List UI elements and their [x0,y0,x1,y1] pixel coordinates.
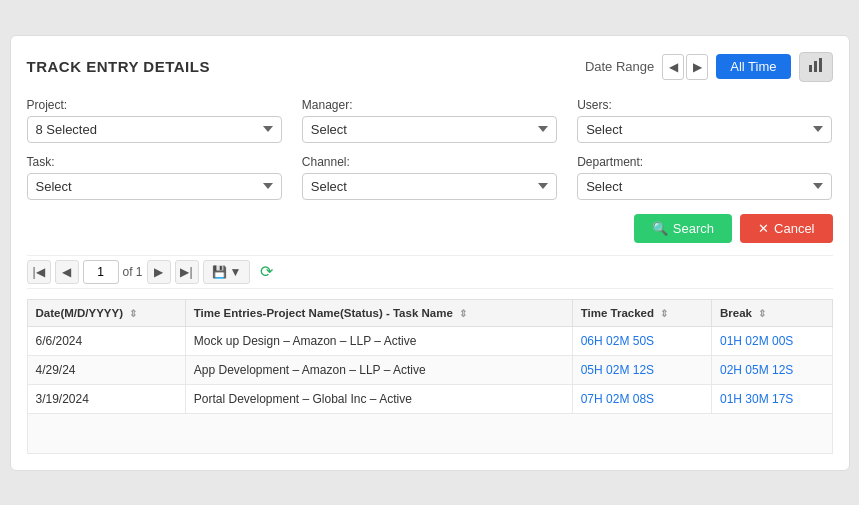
manager-select[interactable]: Select [302,116,557,143]
main-container: TRACK ENTRY DETAILS Date Range ◀ ▶ All T… [10,35,850,471]
date-nav: ◀ ▶ [662,54,708,80]
sort-break-icon: ⇕ [758,308,766,319]
col-break-header[interactable]: Break ⇕ [712,299,833,326]
entries-table: Date(M/D/YYYY) ⇕ Time Entries-Project Na… [27,299,833,454]
time-link[interactable]: 07H 02M 08S [581,392,654,406]
cell-break: 01H 02M 00S [712,326,833,355]
project-select[interactable]: 8 Selected [27,116,282,143]
cell-task: App Development – Amazon – LLP – Active [185,355,572,384]
table-row: 6/6/2024 Mock up Design – Amazon – LLP –… [27,326,832,355]
all-time-button[interactable]: All Time [716,54,790,79]
first-page-button[interactable]: |◀ [27,260,51,284]
cancel-button[interactable]: ✕ Cancel [740,214,832,243]
date-next-button[interactable]: ▶ [686,54,708,80]
cell-date: 6/6/2024 [27,326,185,355]
cell-task: Mock up Design – Amazon – LLP – Active [185,326,572,355]
users-select[interactable]: Select [577,116,832,143]
pagination-bar: |◀ ◀ 1 of 1 ▶ ▶| 💾 ▼ ⟳ [27,255,833,289]
refresh-button[interactable]: ⟳ [254,260,278,284]
prev-page-button[interactable]: ◀ [55,260,79,284]
task-label: Task: [27,155,282,169]
filters-section: Project: 8 Selected Manager: Select User… [27,98,833,200]
manager-filter: Manager: Select [302,98,557,143]
col-task-header[interactable]: Time Entries-Project Name(Status) - Task… [185,299,572,326]
search-button[interactable]: 🔍 Search [634,214,732,243]
break-link[interactable]: 01H 30M 17S [720,392,793,406]
chart-button[interactable] [799,52,833,82]
department-filter: Department: Select [577,155,832,200]
channel-label: Channel: [302,155,557,169]
svg-rect-2 [819,58,822,72]
table-row: 3/19/2024 Portal Development – Global In… [27,384,832,413]
page-title: TRACK ENTRY DETAILS [27,58,210,75]
export-button[interactable]: 💾 ▼ [203,260,251,284]
sort-task-icon: ⇕ [459,308,467,319]
users-filter: Users: Select [577,98,832,143]
task-filter: Task: Select [27,155,282,200]
page-of-label: of 1 [123,265,143,279]
col-date-header[interactable]: Date(M/D/YYYY) ⇕ [27,299,185,326]
break-link[interactable]: 02H 05M 12S [720,363,793,377]
table-row: 4/29/24 App Development – Amazon – LLP –… [27,355,832,384]
col-time-header[interactable]: Time Tracked ⇕ [572,299,711,326]
project-label: Project: [27,98,282,112]
break-link[interactable]: 01H 02M 00S [720,334,793,348]
last-page-button[interactable]: ▶| [175,260,199,284]
department-select[interactable]: Select [577,173,832,200]
cell-break: 01H 30M 17S [712,384,833,413]
cell-date: 3/19/2024 [27,384,185,413]
export-chevron: ▼ [230,265,242,279]
empty-row [27,413,832,453]
sort-time-icon: ⇕ [660,308,668,319]
date-range-label: Date Range [585,59,654,74]
cell-date: 4/29/24 [27,355,185,384]
cell-time: 05H 02M 12S [572,355,711,384]
header: TRACK ENTRY DETAILS Date Range ◀ ▶ All T… [27,52,833,82]
project-filter: Project: 8 Selected [27,98,282,143]
svg-rect-0 [809,65,812,72]
bar-chart-icon [808,57,824,77]
department-label: Department: [577,155,832,169]
cell-time: 06H 02M 50S [572,326,711,355]
export-icon: 💾 [212,265,227,279]
svg-rect-1 [814,61,817,72]
manager-label: Manager: [302,98,557,112]
date-prev-button[interactable]: ◀ [662,54,684,80]
task-select[interactable]: Select [27,173,282,200]
users-label: Users: [577,98,832,112]
cell-task: Portal Development – Global Inc – Active [185,384,572,413]
cancel-icon: ✕ [758,221,769,236]
channel-filter: Channel: Select [302,155,557,200]
cell-time: 07H 02M 08S [572,384,711,413]
time-link[interactable]: 05H 02M 12S [581,363,654,377]
sort-date-icon: ⇕ [129,308,137,319]
next-page-button[interactable]: ▶ [147,260,171,284]
cell-break: 02H 05M 12S [712,355,833,384]
action-row: 🔍 Search ✕ Cancel [27,214,833,243]
time-link[interactable]: 06H 02M 50S [581,334,654,348]
page-input[interactable]: 1 [83,260,119,284]
header-right: Date Range ◀ ▶ All Time [585,52,833,82]
channel-select[interactable]: Select [302,173,557,200]
search-icon: 🔍 [652,221,668,236]
